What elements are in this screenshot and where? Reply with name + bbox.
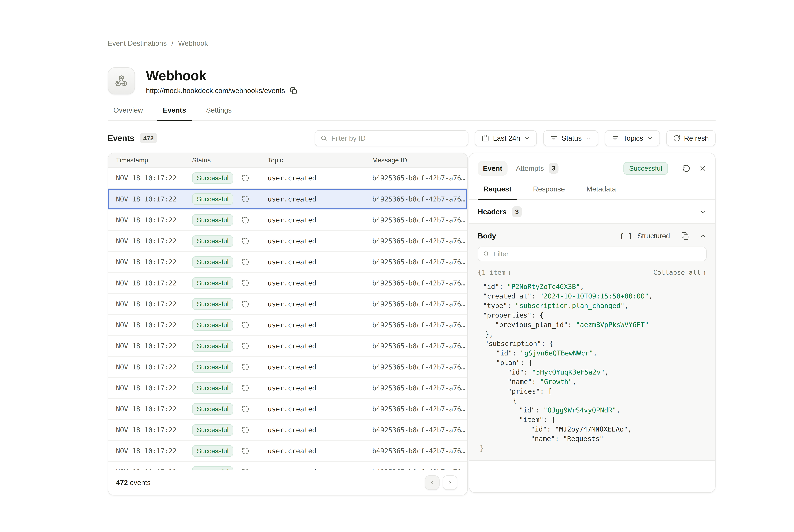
json-line: "name": "Growth",: [478, 377, 707, 386]
row-status-badge: Successful: [192, 382, 233, 394]
row-retry-button[interactable]: [242, 174, 249, 182]
collapse-body-button[interactable]: [700, 233, 707, 240]
row-timestamp: NOV 18 10:17:22: [116, 237, 192, 245]
table-row[interactable]: NOV 18 10:17:22 Successful user.created …: [108, 231, 467, 252]
table-row[interactable]: NOV 18 10:17:22 Successful user.created …: [108, 210, 467, 231]
row-retry-button[interactable]: [242, 237, 249, 245]
copy-body-button[interactable]: [681, 232, 689, 240]
json-line: "type": "subscription.plan_changed",: [478, 301, 707, 310]
table-row[interactable]: NOV 18 10:17:22 Successful user.created …: [108, 336, 467, 357]
table-row[interactable]: NOV 18 10:17:22 Successful user.created …: [108, 441, 467, 462]
headers-count-badge: 3: [512, 206, 522, 217]
rotate-ccw-icon: [242, 447, 249, 455]
events-section-title: Events: [108, 134, 134, 143]
row-retry-button[interactable]: [242, 279, 249, 287]
prev-page-button[interactable]: [425, 475, 439, 490]
json-line: "item": {: [478, 415, 707, 424]
next-page-button[interactable]: [442, 475, 457, 490]
row-message-id: b4925365-b8cf-42b7-a76…: [372, 384, 467, 392]
table-row[interactable]: NOV 18 10:17:22 Successful user.created …: [108, 399, 467, 420]
row-retry-button[interactable]: [242, 426, 249, 434]
json-line: },: [478, 329, 707, 339]
event-detail-panel: Event Attempts 3 Successful: [469, 153, 716, 493]
table-row[interactable]: NOV 18 10:17:22 Successful user.created …: [108, 189, 467, 210]
json-line: "prices": [: [478, 386, 707, 396]
refresh-button[interactable]: Refresh: [666, 130, 716, 146]
row-retry-button[interactable]: [242, 195, 249, 203]
panel-tab-event[interactable]: Event: [478, 161, 508, 176]
row-topic: user.created: [268, 237, 372, 245]
row-retry-button[interactable]: [242, 258, 249, 266]
col-status: Status: [192, 156, 268, 164]
breadcrumb-separator: /: [171, 39, 173, 47]
row-timestamp: NOV 18 10:17:22: [116, 258, 192, 266]
row-status-badge: Successful: [192, 193, 233, 205]
json-root-toggle[interactable]: {1 item↑: [478, 269, 511, 276]
tab-events[interactable]: Events: [157, 106, 192, 121]
webhook-icon: [114, 74, 128, 88]
chevron-down-icon: [699, 208, 707, 216]
col-topic: Topic: [268, 156, 372, 164]
table-row[interactable]: NOV 18 10:17:22 Successful user.created …: [108, 420, 467, 441]
row-retry-button[interactable]: [242, 216, 249, 224]
breadcrumb-event-destinations[interactable]: Event Destinations: [108, 39, 167, 47]
page-header: Webhook http://mock.hookdeck.com/webhook…: [108, 67, 716, 95]
rotate-ccw-icon: [682, 164, 691, 173]
json-line: "id": "5HycQYuqK3eF5a2v",: [478, 367, 707, 377]
search-icon: [483, 250, 490, 257]
table-row[interactable]: NOV 18 10:17:22 Successful user.created …: [108, 294, 467, 315]
copy-url-button[interactable]: [290, 87, 298, 95]
json-line: "id": "MJ2oy747MNQXELAo",: [478, 424, 707, 434]
webhook-url: http://mock.hookdeck.com/webhooks/events: [146, 87, 285, 95]
row-status-badge: Successful: [192, 424, 233, 436]
status-filter-button[interactable]: Status: [543, 130, 598, 146]
table-row[interactable]: NOV 18 10:17:22 Successful user.created …: [108, 357, 467, 378]
row-message-id: b4925365-b8cf-42b7-a76…: [372, 216, 467, 224]
tab-metadata[interactable]: Metadata: [581, 185, 622, 200]
tab-response[interactable]: Response: [527, 185, 571, 200]
row-retry-button[interactable]: [242, 447, 249, 455]
panel-tab-attempts[interactable]: Attempts 3: [511, 161, 563, 176]
row-timestamp: NOV 18 10:17:22: [116, 279, 192, 287]
collapse-all-button[interactable]: Collapse all↑: [653, 269, 707, 276]
topics-filter-button[interactable]: Topics: [605, 130, 660, 146]
table-row[interactable]: NOV 18 10:17:22 Successful user.created …: [108, 378, 467, 399]
filter-by-id-input[interactable]: [331, 134, 462, 142]
rotate-ccw-icon: [242, 279, 249, 287]
time-range-filter-button[interactable]: Last 24h: [475, 130, 537, 146]
headers-section-toggle[interactable]: Headers 3: [469, 200, 715, 224]
table-row[interactable]: NOV 18 10:17:22 Successful user.created …: [108, 315, 467, 336]
row-status-badge: Successful: [192, 172, 233, 184]
row-retry-button[interactable]: [242, 468, 249, 470]
panel-top-bar: Event Attempts 3 Successful: [469, 153, 715, 176]
table-row[interactable]: NOV 18 10:17:22 Successful user.created …: [108, 273, 467, 294]
row-timestamp: NOV 18 10:17:22: [116, 174, 192, 182]
row-retry-button[interactable]: [242, 321, 249, 329]
tab-settings[interactable]: Settings: [200, 106, 238, 121]
row-retry-button[interactable]: [242, 405, 249, 413]
table-row[interactable]: NOV 18 10:17:22 Successful user.created …: [108, 252, 467, 273]
row-status-badge: Successful: [192, 298, 233, 310]
row-message-id: b4925365-b8cf-42b7-a76…: [372, 237, 467, 245]
row-retry-button[interactable]: [242, 300, 249, 308]
structured-view-toggle[interactable]: { } Structured: [620, 232, 670, 240]
row-retry-button[interactable]: [242, 342, 249, 350]
table-row[interactable]: NOV 18 10:17:22 Successful user.created …: [108, 462, 467, 470]
table-row[interactable]: NOV 18 10:17:22 Successful user.created …: [108, 168, 467, 189]
tab-request[interactable]: Request: [478, 185, 517, 200]
row-retry-button[interactable]: [242, 384, 249, 392]
row-status-badge: Successful: [192, 445, 233, 457]
json-line: "id": "QJgg9WrS4vyQPNdR",: [478, 405, 707, 415]
close-panel-button[interactable]: [699, 165, 707, 172]
tab-overview[interactable]: Overview: [108, 106, 149, 121]
rotate-ccw-icon: [242, 300, 249, 308]
retry-event-button[interactable]: [682, 164, 691, 173]
row-message-id: b4925365-b8cf-42b7-a76…: [372, 300, 467, 308]
row-message-id: b4925365-b8cf-42b7-a76…: [372, 279, 467, 287]
row-retry-button[interactable]: [242, 363, 249, 371]
body-filter-input[interactable]: [493, 250, 701, 258]
webhook-events-page: Event Destinations / Webhook Webhook htt…: [0, 0, 794, 532]
row-timestamp: NOV 18 10:17:22: [116, 405, 192, 413]
row-topic: user.created: [268, 384, 372, 392]
table-header-row: Timestamp Status Topic Message ID: [108, 153, 467, 168]
